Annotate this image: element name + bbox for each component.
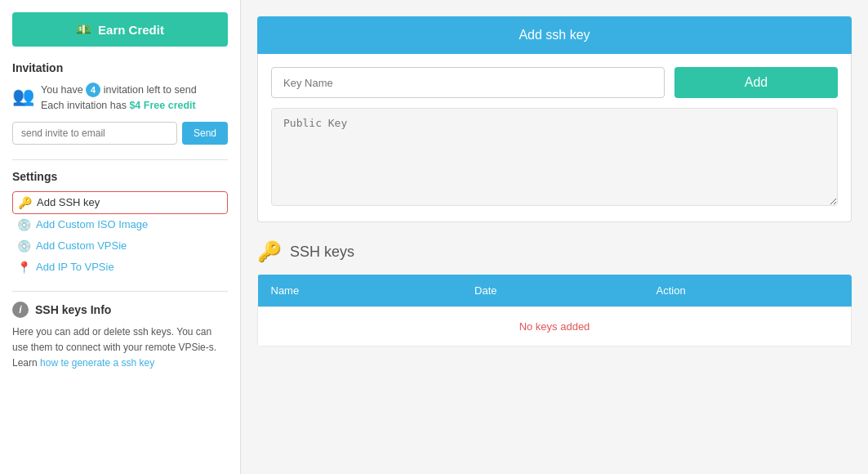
send-invite-button[interactable]: Send xyxy=(182,122,228,145)
invitation-each: Each invitation has xyxy=(41,100,127,111)
col-date: Date xyxy=(461,275,643,307)
send-invite-row: Send xyxy=(12,122,228,145)
ssh-info-section: i SSH keys Info Here you can add or dele… xyxy=(12,302,228,372)
table-header-row: Name Date Action xyxy=(258,275,852,307)
table-body: No keys added xyxy=(258,307,852,347)
key-name-input[interactable] xyxy=(271,67,665,98)
iso-nav-icon: 💿 xyxy=(17,218,31,231)
settings-nav: 🔑 Add SSH key 💿 Add Custom ISO Image 💿 A… xyxy=(12,191,228,278)
vpsie-nav-icon: 💿 xyxy=(17,239,31,253)
nav-item-add-custom-vpsie-label: Add Custom VPSie xyxy=(36,239,127,252)
nav-item-add-custom-iso-label: Add Custom ISO Image xyxy=(36,218,148,230)
divider-2 xyxy=(12,291,228,292)
divider-1 xyxy=(12,159,228,160)
invitation-prefix: You have xyxy=(41,84,83,96)
table-head: Name Date Action xyxy=(258,275,852,307)
invitation-body: You have 4 invitation left to send Each … xyxy=(41,83,197,114)
earn-credit-label: Earn Credit xyxy=(98,23,164,37)
ssh-keys-table: Name Date Action No keys added xyxy=(257,275,852,347)
ssh-info-header: i SSH keys Info xyxy=(12,302,228,318)
invite-email-input[interactable] xyxy=(12,122,177,145)
col-name: Name xyxy=(258,275,462,307)
sidebar: 💵 Earn Credit Invitation 👥 You have 4 in… xyxy=(0,0,241,474)
form-top-row: Add xyxy=(271,67,838,98)
ssh-info-title: SSH keys Info xyxy=(35,303,111,316)
earn-credit-button[interactable]: 💵 Earn Credit xyxy=(12,12,228,47)
ssh-key-nav-icon: 🔑 xyxy=(18,196,32,209)
col-action: Action xyxy=(643,275,852,307)
ip-nav-icon: 📍 xyxy=(17,261,31,274)
add-key-button[interactable]: Add xyxy=(674,67,838,98)
nav-item-add-custom-iso[interactable]: 💿 Add Custom ISO Image xyxy=(12,214,228,235)
add-ssh-form: Add xyxy=(257,54,852,222)
invitation-badge: 4 xyxy=(86,83,100,97)
no-keys-message: No keys added xyxy=(258,307,852,347)
invitation-mid: invitation left to send xyxy=(104,84,197,96)
free-credit-link[interactable]: $4 Free credit xyxy=(129,100,195,111)
ssh-info-body: Here you can add or delete ssh keys. You… xyxy=(12,324,228,372)
invitation-title: Invitation xyxy=(12,61,228,74)
nav-item-add-ip-label: Add IP To VPSie xyxy=(36,261,114,273)
no-keys-row: No keys added xyxy=(258,307,852,347)
avatar-icon: 👥 xyxy=(12,83,34,110)
nav-item-add-ssh-key[interactable]: 🔑 Add SSH key xyxy=(12,191,228,214)
invitation-section: Invitation 👥 You have 4 invitation left … xyxy=(12,61,228,145)
ssh-keys-heading: SSH keys xyxy=(290,244,354,261)
settings-title: Settings xyxy=(12,170,228,183)
public-key-textarea[interactable] xyxy=(271,108,838,206)
earn-credit-icon: 💵 xyxy=(76,22,91,37)
main-content: Add ssh key Add 🔑 SSH keys Name Date Act… xyxy=(241,0,868,474)
ssh-keys-icon: 🔑 xyxy=(257,240,282,263)
info-icon: i xyxy=(12,302,29,318)
ssh-keys-title: 🔑 SSH keys xyxy=(257,240,852,263)
add-ssh-header: Add ssh key xyxy=(257,16,852,54)
invitation-text: 👥 You have 4 invitation left to send Eac… xyxy=(12,83,228,114)
nav-item-add-ip[interactable]: 📍 Add IP To VPSie xyxy=(12,257,228,278)
add-ssh-card: Add ssh key Add xyxy=(257,16,852,222)
ssh-keys-section: 🔑 SSH keys Name Date Action No keys adde… xyxy=(257,240,852,347)
nav-item-add-custom-vpsie[interactable]: 💿 Add Custom VPSie xyxy=(12,235,228,257)
generate-ssh-key-link[interactable]: how te generate a ssh key xyxy=(40,357,154,369)
nav-item-add-ssh-key-label: Add SSH key xyxy=(37,196,100,208)
settings-section: Settings 🔑 Add SSH key 💿 Add Custom ISO … xyxy=(12,170,228,278)
